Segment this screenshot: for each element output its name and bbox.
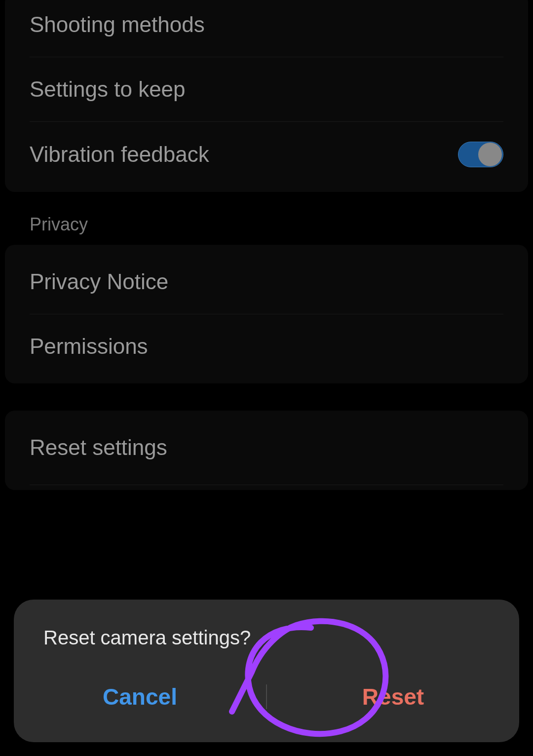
settings-item-label: Permissions <box>30 334 148 359</box>
reset-confirmation-dialog: Reset camera settings? Cancel Reset <box>14 600 519 742</box>
reset-settings-panel: Reset settings <box>5 411 528 490</box>
settings-item-vibration-feedback[interactable]: Vibration feedback <box>5 122 528 187</box>
privacy-settings-panel: Privacy Notice Permissions <box>5 245 528 383</box>
settings-item-reset-settings[interactable]: Reset settings <box>5 416 528 480</box>
settings-item-privacy-notice[interactable]: Privacy Notice <box>5 250 528 314</box>
privacy-section-header: Privacy <box>0 192 533 245</box>
settings-item-label: Vibration feedback <box>30 142 209 167</box>
settings-item-label: Reset settings <box>30 435 167 460</box>
settings-item-settings-to-keep[interactable]: Settings to keep <box>5 57 528 121</box>
vibration-feedback-toggle[interactable] <box>458 142 503 167</box>
general-settings-panel: Shooting methods Settings to keep Vibrat… <box>5 0 528 192</box>
dialog-buttons: Cancel Reset <box>14 674 519 720</box>
dialog-title: Reset camera settings? <box>14 627 519 674</box>
settings-item-label: Privacy Notice <box>30 269 168 294</box>
cancel-button[interactable]: Cancel <box>14 674 266 720</box>
divider <box>30 485 503 485</box>
toggle-knob <box>478 143 502 166</box>
settings-item-label: Shooting methods <box>30 12 205 37</box>
settings-item-shooting-methods[interactable]: Shooting methods <box>5 0 528 57</box>
settings-item-label: Settings to keep <box>30 77 186 102</box>
reset-button[interactable]: Reset <box>267 674 519 720</box>
settings-item-permissions[interactable]: Permissions <box>5 314 528 378</box>
